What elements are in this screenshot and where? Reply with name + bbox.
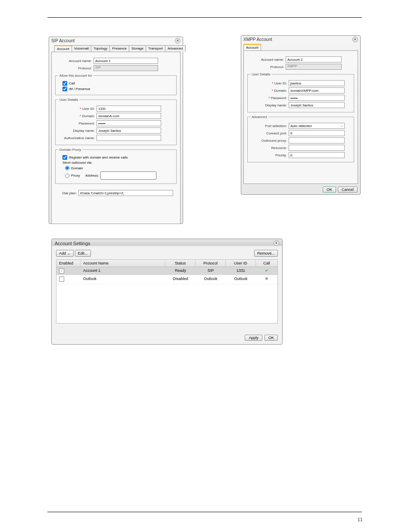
- userid-label: User ID:: [58, 107, 95, 111]
- register-checkbox[interactable]: [62, 155, 67, 160]
- settings-toolbar: Add ⌄ Edit... Remove...: [52, 247, 282, 259]
- domain-input[interactable]: [97, 113, 161, 119]
- ok-button[interactable]: OK: [265, 335, 278, 341]
- account-name-input[interactable]: [93, 58, 158, 64]
- xmpp-title: XMPP Account: [243, 37, 272, 42]
- domain-label: Domain:: [58, 114, 95, 118]
- edit-button[interactable]: Edit...: [75, 250, 91, 257]
- user-details-legend: User Details: [58, 98, 80, 102]
- userid-input[interactable]: [97, 106, 161, 112]
- accounts-grid: Enabled Account Name Status Protocol Use…: [56, 259, 278, 324]
- cancel-button[interactable]: Cancel: [338, 187, 358, 193]
- tab-presence[interactable]: Presence: [109, 45, 129, 52]
- allow-legend: Allow this account for: [58, 74, 93, 78]
- remove-button[interactable]: Remove...: [254, 250, 278, 257]
- proxy-radio[interactable]: [65, 174, 69, 178]
- footer-rule: [47, 512, 362, 512]
- enabled-checkbox[interactable]: [59, 277, 64, 282]
- domain-proxy-legend: Domain Proxy: [58, 148, 82, 152]
- tab-topology[interactable]: Topology: [91, 45, 110, 52]
- cell-userid: Outlook: [226, 275, 256, 284]
- connectport-input[interactable]: [289, 130, 345, 136]
- displayname-input[interactable]: [97, 128, 161, 134]
- disabled-icon: ✖: [265, 277, 268, 281]
- add-button[interactable]: Add ⌄: [56, 250, 74, 257]
- dialplan-input[interactable]: [78, 190, 173, 196]
- checkmark-icon: ✔: [265, 268, 268, 273]
- account-settings-dialog: Account Settings ✕ Add ⌄ Edit... Remove.…: [51, 239, 283, 345]
- close-icon[interactable]: ✕: [352, 37, 358, 42]
- cell-userid: 1331: [226, 267, 256, 275]
- xmpp-displayname-input[interactable]: [289, 102, 345, 108]
- xmpp-panel: Account name: Protocol:XMPP User Details…: [243, 50, 358, 184]
- allow-im-checkbox[interactable]: [62, 87, 67, 91]
- proxy-option-label: Proxy: [71, 174, 80, 177]
- protocol-label: Protocol:: [55, 66, 92, 70]
- xmpp-tabs: Account: [243, 44, 358, 50]
- xmpp-user-legend: User Details: [250, 72, 272, 76]
- proxy-address-input[interactable]: [100, 171, 156, 180]
- col-enabled[interactable]: Enabled: [56, 260, 81, 267]
- tab-voicemail[interactable]: Voicemail: [72, 45, 91, 52]
- cell-protocol: Outlook: [196, 275, 226, 284]
- protocol-readonly: SIP: [93, 65, 158, 71]
- register-label: Register with domain and receive calls: [69, 156, 128, 159]
- enabled-checkbox[interactable]: ✓: [59, 268, 64, 274]
- cell-name: Outlook: [81, 275, 165, 284]
- xmpp-displayname-label: Display name:: [250, 103, 287, 107]
- tab-storage[interactable]: Storage: [129, 45, 146, 52]
- apply-button[interactable]: Apply: [245, 335, 262, 341]
- col-name[interactable]: Account Name: [81, 260, 165, 267]
- ok-button[interactable]: OK: [323, 187, 336, 193]
- xmpp-domain-input[interactable]: [289, 87, 345, 93]
- xmpp-password-label: Password:: [250, 96, 287, 100]
- cell-protocol: SIP: [196, 267, 226, 275]
- xmpp-tab-account[interactable]: Account: [243, 44, 261, 50]
- portsel-label: Port selection:: [250, 124, 287, 128]
- table-row[interactable]: ✓ Account 1 Ready SIP 1331 ✔: [56, 267, 277, 275]
- xmpp-account-name-input[interactable]: [286, 56, 342, 62]
- outbound-label: Outbound proxy:: [250, 139, 287, 143]
- chevron-down-icon: ⌄: [340, 124, 343, 128]
- authname-label: Authorization name:: [58, 136, 95, 140]
- table-row[interactable]: Outlook Disabled Outlook Outlook ✖: [56, 275, 277, 284]
- cell-status: Ready: [165, 267, 196, 275]
- outbound-input[interactable]: [289, 137, 345, 143]
- tab-account[interactable]: Account: [54, 45, 72, 52]
- xmpp-password-input[interactable]: [289, 95, 345, 101]
- xmpp-account-dialog: XMPP Account ✕ Account Account name: Pro…: [241, 35, 361, 195]
- col-call[interactable]: Call: [256, 260, 277, 267]
- col-protocol[interactable]: Protocol: [196, 260, 226, 267]
- authname-input[interactable]: [97, 135, 161, 141]
- col-status[interactable]: Status: [165, 260, 196, 267]
- settings-footer: Apply OK: [245, 335, 278, 341]
- address-label: Address:: [85, 174, 99, 177]
- settings-titlebar: Account Settings ✕: [52, 239, 282, 247]
- xmpp-protocol-label: Protocol:: [247, 65, 284, 69]
- col-userid[interactable]: User ID: [226, 260, 256, 267]
- sip-panel: Account name: Protocol: SIP Allow this a…: [51, 52, 181, 224]
- xmpp-advanced-legend: Advanced: [250, 115, 268, 119]
- xmpp-userid-input[interactable]: [289, 80, 345, 86]
- xmpp-protocol-readonly: XMPP: [286, 64, 342, 70]
- tab-transport[interactable]: Transport: [146, 45, 165, 52]
- close-icon[interactable]: ✕: [175, 38, 181, 44]
- cell-status: Disabled: [165, 275, 196, 284]
- allow-call-checkbox[interactable]: [62, 81, 67, 86]
- priority-input[interactable]: [289, 152, 345, 158]
- close-icon[interactable]: ✕: [274, 240, 279, 246]
- settings-title: Account Settings: [55, 241, 90, 246]
- add-label: Add: [59, 251, 67, 255]
- password-input[interactable]: [97, 120, 161, 126]
- tab-advanced[interactable]: Advanced: [165, 45, 186, 52]
- grid-empty: [56, 284, 277, 323]
- resource-input[interactable]: [289, 145, 345, 151]
- portsel-dropdown[interactable]: Auto detected⌄: [289, 123, 345, 129]
- domain-radio[interactable]: [65, 166, 69, 170]
- xmpp-account-name-label: Account name:: [247, 58, 284, 62]
- allow-im-label: IM / Presence: [69, 87, 90, 91]
- account-name-label: Account name:: [55, 59, 92, 63]
- header-rule: [47, 17, 362, 18]
- xmpp-button-row: OK Cancel: [241, 187, 358, 193]
- xmpp-domain-label: Domain:: [250, 89, 287, 93]
